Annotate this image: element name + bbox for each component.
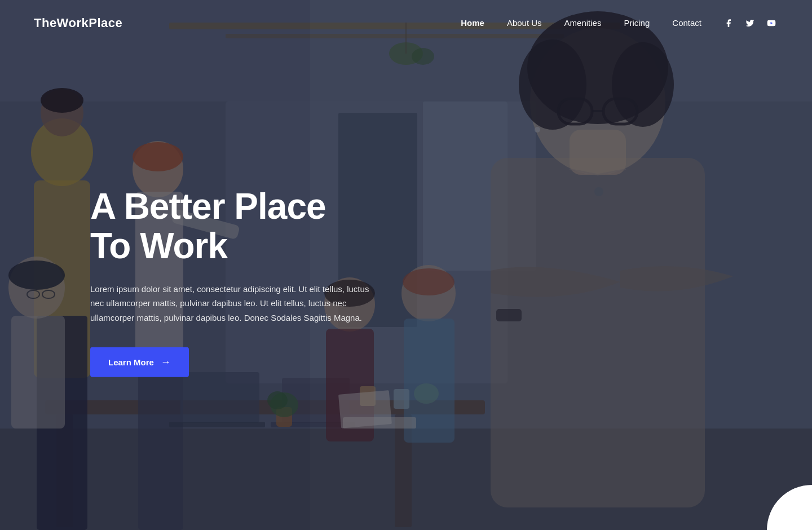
nav-item-home[interactable]: Home — [452, 18, 493, 28]
nav-link-pricing[interactable]: Pricing — [615, 14, 659, 32]
nav-link-amenities[interactable]: Amenities — [555, 14, 611, 32]
hero-title: A Better Place To Work — [90, 187, 378, 266]
navbar: TheWorkPlace Home About Us Amenities Pri… — [0, 0, 812, 46]
hero-title-line1: A Better Place — [90, 186, 326, 227]
twitter-icon[interactable] — [743, 16, 757, 30]
nav-links: Home About Us Amenities Pricing Contact — [452, 18, 710, 28]
youtube-icon[interactable] — [765, 16, 778, 30]
hero-description: Lorem ipsum dolor sit amet, consectetur … — [90, 282, 378, 325]
nav-item-about[interactable]: About Us — [498, 18, 551, 28]
nav-right: Home About Us Amenities Pricing Contact — [452, 16, 778, 30]
brand-logo[interactable]: TheWorkPlace — [34, 16, 122, 30]
nav-link-about[interactable]: About Us — [498, 14, 551, 32]
nav-item-contact[interactable]: Contact — [663, 18, 710, 28]
learn-more-arrow: → — [161, 356, 171, 368]
nav-social — [722, 16, 778, 30]
nav-link-contact[interactable]: Contact — [663, 14, 710, 32]
hero-title-line2: To Work — [90, 226, 227, 266]
nav-item-amenities[interactable]: Amenities — [555, 18, 611, 28]
learn-more-button[interactable]: Learn More → — [90, 347, 189, 377]
nav-item-pricing[interactable]: Pricing — [615, 18, 659, 28]
learn-more-label: Learn More — [108, 357, 154, 367]
nav-link-home[interactable]: Home — [452, 14, 493, 32]
hero-content: A Better Place To Work Lorem ipsum dolor… — [90, 187, 378, 377]
facebook-icon[interactable] — [722, 16, 735, 30]
